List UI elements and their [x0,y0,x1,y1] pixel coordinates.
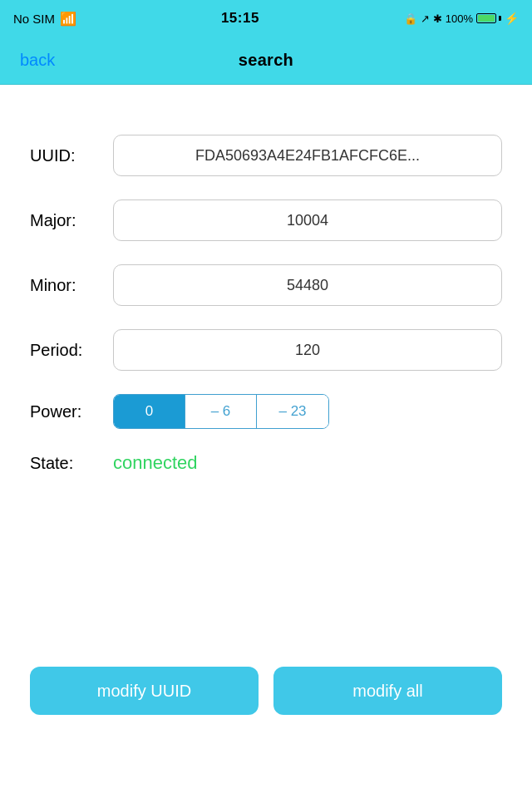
power-segment-control: 0 – 6 – 23 [113,394,329,429]
battery-body [476,13,496,23]
minor-label: Minor: [30,276,113,295]
modify-all-button[interactable]: modify all [273,667,502,715]
battery-tip [499,16,501,21]
nav-bar: back search [0,37,532,85]
battery-percent: 100% [446,12,473,25]
period-label: Period: [30,341,113,360]
power-option-1[interactable]: – 6 [185,395,257,428]
status-bar: No SIM 📶 15:15 🔒 ↗ ✱ 100% ⚡ [0,0,532,37]
page-title: search [239,51,293,70]
major-input[interactable] [113,200,502,241]
lock-icon: 🔒 [404,12,417,25]
charging-icon: ⚡ [505,12,519,25]
power-option-2[interactable]: – 23 [257,395,328,428]
uuid-input[interactable] [113,135,502,176]
wifi-icon: 📶 [60,11,76,27]
period-row: Period: [30,329,502,371]
bottom-buttons: modify UUID modify all [0,667,532,715]
modify-uuid-button[interactable]: modify UUID [30,667,259,715]
status-left: No SIM 📶 [13,11,76,27]
state-value: connected [113,452,198,474]
uuid-row: UUID: [30,135,502,176]
location-icon: ↗ [421,12,430,25]
battery-fill [478,15,495,22]
power-label: Power: [30,402,113,421]
state-label: State: [30,454,113,473]
period-input[interactable] [113,329,502,371]
major-label: Major: [30,211,113,230]
minor-row: Minor: [30,264,502,306]
bluetooth-icon: ✱ [433,12,442,25]
status-right: 🔒 ↗ ✱ 100% ⚡ [404,12,519,25]
state-row: State: connected [30,452,502,474]
minor-input[interactable] [113,264,502,306]
battery-icon [476,13,501,23]
main-content: UUID: Major: Minor: Period: Power: 0 – 6… [0,85,532,549]
power-option-0[interactable]: 0 [114,395,185,428]
power-row: Power: 0 – 6 – 23 [30,394,502,429]
uuid-label: UUID: [30,146,113,165]
status-time: 15:15 [221,10,259,27]
carrier-label: No SIM [13,12,55,26]
back-button[interactable]: back [13,46,62,75]
major-row: Major: [30,200,502,241]
